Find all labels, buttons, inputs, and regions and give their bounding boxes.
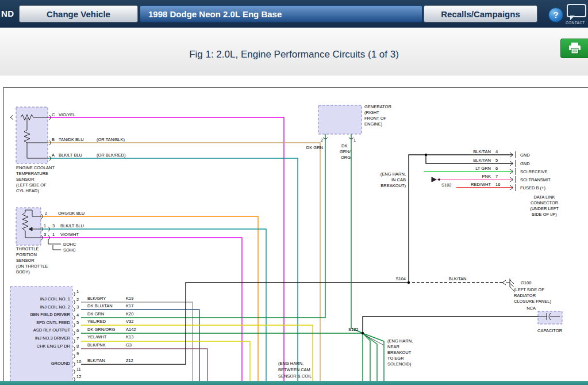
diagram-label: POSITION	[16, 252, 37, 257]
diagram-label: TEMPERATURE	[16, 171, 48, 176]
wire-s122-branch-b	[363, 333, 370, 382]
generator-box	[318, 105, 362, 134]
diagram-label: VIO/WHT	[60, 232, 79, 237]
ground-icon	[510, 283, 514, 287]
splice-dot	[438, 178, 440, 181]
diagram-label: 2	[321, 138, 323, 143]
print-button[interactable]	[560, 39, 588, 58]
diagram-label: S102	[441, 182, 452, 188]
wire-blk-pnk	[81, 349, 207, 382]
pin-connector	[74, 307, 75, 312]
speech-bubble-icon	[567, 4, 586, 17]
pin-connector	[74, 292, 75, 296]
diagram-label: BREAKOUT	[387, 350, 412, 355]
diagram-label: INJ NO.3 DRIVER	[35, 336, 71, 341]
wire-blk-tan-gnd5	[426, 155, 513, 163]
splice-dot	[425, 154, 427, 156]
diagram-label: Z12	[126, 358, 133, 363]
diagram-label: 16	[495, 182, 500, 187]
diagram-label: BLK/LT BLU	[59, 153, 82, 158]
diagram-label: GEN FIELD DRIVER	[30, 312, 71, 317]
diagram-label: (ON THROTTLE	[16, 264, 48, 269]
connector-tick-icon	[10, 115, 13, 120]
diagram-label: BREAKOUT)	[381, 183, 406, 188]
contact-label: CONTACT	[566, 21, 585, 25]
diagram-label: 3	[52, 223, 55, 228]
pin-connector	[74, 300, 75, 304]
wire-blk-ltblu-ect	[48, 158, 298, 382]
diagram-label: B	[52, 137, 55, 142]
diagram-label: GENERATOR	[364, 104, 391, 109]
diagram-label: NEAR	[387, 344, 399, 349]
wire-yel-wht	[81, 341, 250, 382]
diagram-label: INJ COIL NO. 2	[40, 304, 70, 310]
pin-connector	[74, 339, 75, 344]
figure-header: Fig 1: 2.0L, Engine Performance Circuits…	[0, 28, 588, 75]
diagram-label: K20	[126, 311, 133, 317]
wire-capacitor-feed	[363, 317, 538, 333]
diagram-label: RADIATOR	[514, 293, 536, 298]
diagram-label: SOLENOID)	[387, 361, 412, 367]
diagram-label: SENSOR	[16, 258, 34, 263]
diagram-label: SOHC	[63, 247, 76, 253]
diagram-label: SENSOR & COIL	[278, 373, 312, 379]
contact-button[interactable]: CONTACT	[566, 2, 588, 28]
diagram-label: 1	[52, 232, 55, 237]
diagram-label: 2	[76, 297, 79, 302]
ground-icon	[510, 280, 514, 284]
diagram-label: ENGINE)	[364, 121, 383, 127]
splice-dot	[408, 281, 410, 284]
diagram-label: (LEFT SIDE OF	[16, 182, 47, 188]
help-button[interactable]: ?	[548, 7, 563, 22]
wire-dk-grn	[81, 134, 325, 318]
tps-sensor-box	[16, 208, 41, 245]
diagram-label: GND	[520, 153, 530, 158]
diagram-label: 7	[495, 174, 498, 179]
diagram-label: DK GRN/ORG	[87, 327, 116, 332]
tab-change-vehicle[interactable]: Change Vehicle	[19, 5, 138, 22]
diagram-label: GRN/	[340, 149, 351, 154]
diagram-label: (OR BLK/RED)	[97, 153, 126, 158]
diagram-label: RED/WHT	[471, 182, 491, 187]
diagram-label: FRONT OF	[364, 116, 387, 121]
diagram-label: 12	[76, 374, 81, 379]
diagram-label: BLK/TAN	[473, 149, 491, 154]
diagram-label: 11	[76, 367, 81, 372]
tab-recalls-campaigns[interactable]: Recalls/Campaigns	[424, 5, 537, 22]
diagram-label: (ENG HARN,	[278, 361, 303, 366]
pin-connector	[74, 369, 75, 374]
splice-dot	[362, 332, 364, 334]
diagram-label: INJ COIL NO. 1	[40, 296, 70, 302]
tab-vehicle-info[interactable]: 1998 Dodge Neon 2.0L Eng Base	[140, 5, 422, 22]
diagram-label: ORG	[341, 155, 351, 160]
diagram-canvas[interactable]: CVIO/YELBTAN/DK BLU(OR TAN/BLK)ABLK/LT B…	[3, 87, 588, 381]
diagram-label: 3	[44, 232, 46, 237]
breakout-arrow-icon	[432, 177, 436, 182]
wire-vio-yel	[48, 117, 284, 382]
diagram-label: CYL HEAD)	[16, 188, 39, 193]
diagram-label: BLK/LT BLU	[60, 223, 84, 228]
diagram-label: ASD RLY OUTPUT	[33, 327, 71, 333]
diagram-label: G3	[126, 342, 132, 348]
diagram-label: FUSED B (+)	[520, 185, 545, 190]
diagram-label: 6	[495, 166, 498, 171]
brand-logo: ND	[1, 9, 14, 18]
diagram-label: ENGINE COOLANT	[16, 165, 55, 170]
pin-connector	[74, 315, 75, 320]
diagram-label: CLOSURE PANEL)	[514, 299, 551, 304]
diagram-label: DK GRN	[87, 311, 104, 317]
diagram-label: K17	[126, 303, 133, 308]
diagram-label: THROTTLE	[16, 246, 39, 251]
diagram-label: YEL/RED	[87, 319, 106, 324]
diagram-label: TAN/DK BLU	[59, 137, 84, 142]
diagram-label: 6	[76, 328, 79, 333]
diagram-label: BETWEEN CAM	[278, 367, 310, 372]
diagram-label: (RIGHT	[364, 110, 379, 115]
diagram-label: DATA LINK	[533, 195, 555, 200]
diagram-label: SIDE OF I/P)	[532, 212, 557, 217]
wire-s122-branch-d	[363, 333, 384, 382]
printer-icon	[568, 42, 582, 55]
ground-icon	[510, 287, 514, 291]
diagram-label: (UNDER LEFT	[530, 206, 559, 211]
diagram-label: 3	[76, 304, 79, 310]
